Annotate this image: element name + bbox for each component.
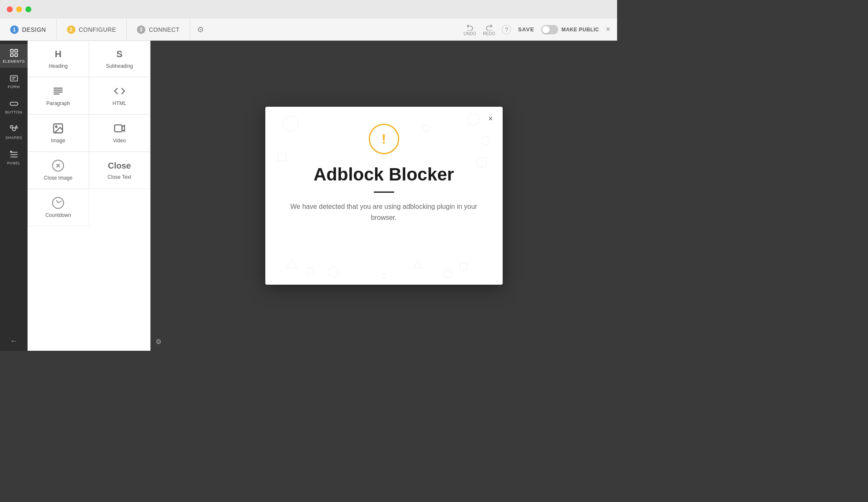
modal-exclamation-mark: !	[381, 132, 386, 146]
svg-point-29	[328, 267, 338, 277]
element-close-text-label: Close Text	[108, 174, 131, 180]
svg-rect-14	[10, 151, 11, 153]
canvas-area: × ! Adblock Blocker We have detected tha…	[150, 41, 617, 351]
element-paragraph[interactable]: Paragraph	[28, 77, 89, 114]
element-video-label: Video	[113, 138, 126, 144]
traffic-lights	[7, 6, 31, 12]
sidebar-item-shapes[interactable]: SHAPES	[0, 120, 28, 144]
sidebar-item-button[interactable]: BUTTON	[0, 95, 28, 119]
sidebar-elements-label: ELEMENTS	[3, 59, 25, 64]
tab-connect-number: 3	[137, 25, 145, 34]
modal-dialog: × ! Adblock Blocker We have detected tha…	[265, 107, 503, 285]
sidebar-shapes-label: SHAPES	[6, 136, 22, 140]
close-button-nav[interactable]: ×	[606, 25, 610, 34]
element-close-text[interactable]: Close Close Text	[89, 152, 150, 189]
element-heading-label: Heading	[49, 63, 68, 69]
svg-rect-3	[14, 54, 17, 56]
svg-point-28	[423, 125, 430, 131]
sidebar-form-label: FORM	[8, 85, 20, 89]
element-close-image[interactable]: Close Image	[28, 152, 89, 189]
undo-button[interactable]: UNDO	[464, 23, 476, 36]
nav-right-actions: UNDO REDO ? SAVE MAKE PUBLIC ×	[464, 23, 617, 36]
sidebar-item-form[interactable]: FORM	[0, 69, 28, 93]
svg-rect-32	[308, 268, 314, 274]
svg-point-23	[283, 116, 298, 131]
svg-rect-21	[114, 125, 122, 132]
element-heading[interactable]: H Heading	[28, 41, 89, 77]
svg-rect-2	[10, 54, 13, 56]
navbar: 1 DESIGN 2 CONFIGURE 3 CONNECT ⚙ UNDO RE…	[0, 19, 617, 41]
help-label: ?	[505, 26, 508, 33]
tab-configure[interactable]: 2 CONFIGURE	[57, 19, 127, 40]
tab-design[interactable]: 1 DESIGN	[0, 19, 57, 40]
video-icon	[114, 122, 125, 134]
element-close-image-label: Close Image	[44, 175, 72, 181]
sidebar-bottom: ←	[5, 332, 23, 351]
subheading-icon: S	[116, 49, 122, 60]
redo-button[interactable]: REDO	[483, 23, 495, 36]
sidebar-item-elements[interactable]: ELEMENTS	[0, 44, 28, 68]
svg-rect-26	[278, 153, 286, 161]
element-subheading-label: Subheading	[106, 63, 133, 69]
maximize-button[interactable]	[25, 6, 31, 12]
modal-body-text: We have detected that you are using adbl…	[287, 201, 481, 223]
titlebar	[0, 0, 617, 19]
canvas-gear-icon[interactable]: ⚙	[156, 338, 161, 346]
make-public-label: MAKE PUBLIC	[562, 27, 599, 33]
svg-rect-0	[10, 50, 13, 52]
sidebar-item-panel[interactable]: PANEL	[0, 146, 28, 169]
modal-warning-icon: !	[369, 124, 399, 154]
paragraph-icon	[52, 85, 64, 97]
save-button[interactable]: SAVE	[518, 26, 534, 33]
help-button[interactable]: ?	[502, 25, 511, 34]
heading-icon: H	[55, 49, 61, 60]
element-image-label: Image	[51, 138, 65, 144]
tab-design-label: DESIGN	[22, 26, 46, 33]
close-button[interactable]	[7, 6, 13, 12]
element-video[interactable]: Video	[89, 114, 150, 152]
minimize-button[interactable]	[16, 6, 22, 12]
svg-point-24	[467, 114, 479, 125]
tab-connect[interactable]: 3 CONNECT	[127, 19, 190, 40]
sidebar-back-button[interactable]: ←	[5, 332, 23, 351]
public-toggle-switch[interactable]	[541, 25, 558, 34]
elements-panel: H Heading S Subheading Paragraph HTML	[28, 41, 150, 351]
svg-rect-27	[477, 158, 487, 167]
tab-configure-label: CONFIGURE	[79, 26, 117, 33]
close-image-icon	[52, 160, 64, 172]
modal-close-button[interactable]: ×	[485, 113, 497, 125]
modal-title: Adblock Blocker	[314, 164, 454, 185]
make-public-toggle[interactable]: MAKE PUBLIC	[541, 25, 599, 34]
html-icon	[114, 85, 125, 97]
main-layout: ELEMENTS FORM BUTTON SHAPES	[0, 41, 617, 351]
svg-point-33	[444, 270, 451, 278]
nav-tabs: 1 DESIGN 2 CONFIGURE 3 CONNECT ⚙	[0, 19, 211, 40]
element-html-label: HTML	[112, 100, 126, 106]
element-countdown[interactable]: Countdown	[28, 189, 89, 226]
modal-divider	[374, 191, 394, 193]
tab-connect-label: CONNECT	[149, 26, 180, 33]
sidebar-icons: ELEMENTS FORM BUTTON SHAPES	[0, 41, 28, 351]
close-text-icon: Close	[108, 161, 131, 171]
element-image[interactable]: Image	[28, 114, 89, 152]
sidebar-button-label: BUTTON	[6, 110, 22, 114]
svg-rect-30	[460, 263, 467, 270]
settings-gear-icon[interactable]: ⚙	[190, 25, 211, 34]
element-paragraph-label: Paragraph	[46, 100, 70, 106]
tab-configure-number: 2	[67, 25, 75, 34]
svg-rect-7	[10, 102, 17, 105]
element-html[interactable]: HTML	[89, 77, 150, 114]
svg-marker-10	[15, 126, 17, 128]
svg-rect-1	[14, 50, 17, 52]
svg-marker-22	[122, 125, 125, 131]
modal-overlay: × ! Adblock Blocker We have detected tha…	[150, 41, 617, 351]
undo-label: UNDO	[464, 31, 476, 36]
element-countdown-label: Countdown	[45, 212, 71, 218]
element-subheading[interactable]: S Subheading	[89, 41, 150, 77]
image-icon	[52, 122, 64, 134]
redo-label: REDO	[483, 31, 495, 36]
svg-point-20	[56, 126, 57, 128]
svg-rect-9	[10, 126, 13, 128]
countdown-icon	[52, 197, 64, 209]
svg-point-25	[481, 136, 490, 145]
